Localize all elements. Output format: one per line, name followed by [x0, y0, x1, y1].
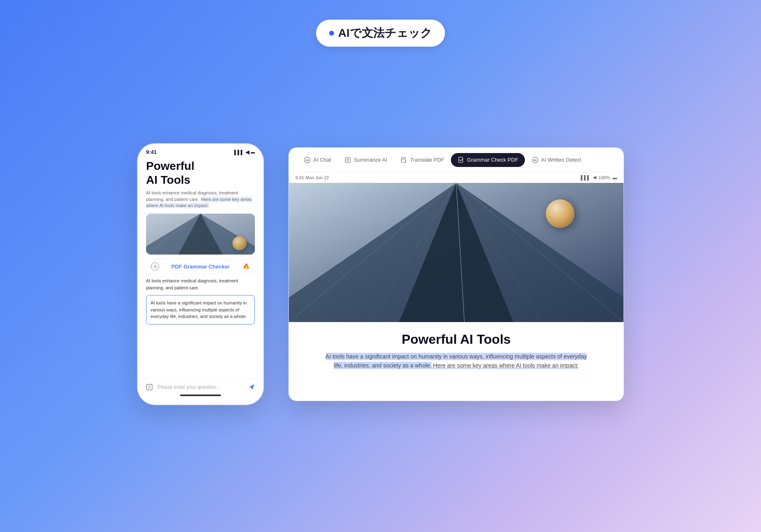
- badge-dot: [329, 31, 334, 36]
- fire-icon: 🔥: [242, 262, 250, 271]
- phone-title: Powerful AI Tools: [146, 159, 255, 187]
- phone-image-area: [146, 214, 255, 255]
- phone-status-icons: ▌▌▌ ◀ ▬: [234, 149, 255, 155]
- phone-input-placeholder[interactable]: Please enter your question...: [158, 384, 243, 390]
- ai-chat-icon: Ai: [304, 156, 311, 164]
- grammar-label: PDF Grammar Checker: [171, 264, 230, 270]
- tab-ai-written-label: AI Written Detect: [541, 157, 581, 163]
- content-area: 9:41 ▌▌▌ ◀ ▬ Powerful AI Tools AI tools …: [137, 143, 624, 405]
- phone-input-row: Please enter your question...: [144, 382, 257, 392]
- signal-icon: ▌▌▌: [234, 150, 244, 155]
- browser-hero-image: [289, 183, 624, 322]
- send-icon[interactable]: [247, 382, 257, 392]
- attach-icon[interactable]: [144, 382, 154, 392]
- svg-text:Ai: Ai: [534, 159, 536, 162]
- browser-sphere: [546, 199, 574, 228]
- wifi-status-icon: ◀: [593, 175, 596, 180]
- badge-label: AIで文法チェック: [338, 25, 432, 41]
- phone-input-box: AI tools have a significant impact on hu…: [146, 295, 255, 325]
- phone-main-content: Powerful AI Tools AI tools enhance medic…: [138, 155, 263, 333]
- svg-text:A: A: [405, 160, 407, 163]
- browser-article-text: AI tools have a significant impact on hu…: [322, 352, 591, 370]
- phone-description: AI tools enhance medical diagnosis, trea…: [146, 190, 255, 209]
- phone-text-block: AI tools enhance medical diagnosis, trea…: [146, 277, 255, 291]
- grammar-settings-icon: ⚙: [151, 262, 159, 271]
- article-underlined-text: Here are some key areas where AI tools m…: [432, 362, 579, 369]
- tab-ai-chat-label: AI Chat: [313, 157, 331, 163]
- tab-ai-written-detect[interactable]: Ai AI Written Detect: [525, 153, 588, 167]
- battery-bar-icon: ▬: [612, 175, 617, 180]
- grammar-checker-bar: ⚙ PDF Grammar Checker 🔥: [146, 259, 255, 274]
- tab-translate-label: Translate PDF: [410, 157, 444, 163]
- battery-icon: ▬: [251, 150, 255, 154]
- browser-status-right-group: ▌▌▌ ◀ 100% ▬: [581, 175, 617, 180]
- tab-grammar-check-pdf[interactable]: Grammar Check PDF: [451, 153, 525, 167]
- browser-status-left: 9:41 Mon Jun 22: [295, 175, 329, 180]
- home-indicator: [180, 394, 221, 396]
- phone-time: 9:41: [146, 149, 157, 155]
- signal-bars-icon: ▌▌▌: [581, 175, 590, 180]
- tab-grammar-label: Grammar Check PDF: [467, 157, 518, 163]
- browser-article-title: Powerful AI Tools: [322, 332, 591, 347]
- phone-status-bar: 9:41 ▌▌▌ ◀ ▬: [138, 144, 263, 155]
- browser-article: Powerful AI Tools AI tools have a signif…: [289, 322, 624, 380]
- tab-translate-pdf[interactable]: A Translate PDF: [394, 153, 450, 167]
- top-badge: AIで文法チェック: [316, 20, 445, 47]
- tab-summarize-ai[interactable]: Summarize AI: [338, 153, 394, 167]
- svg-rect-19: [459, 157, 463, 162]
- browser-tabs: Ai AI Chat Summarize: [289, 148, 624, 172]
- tab-summarize-label: Summarize AI: [354, 157, 387, 163]
- phone-mockup: 9:41 ▌▌▌ ◀ ▬ Powerful AI Tools AI tools …: [137, 143, 264, 405]
- summarize-icon: [344, 156, 351, 164]
- main-container: AIで文法チェック 9:41 ▌▌▌ ◀ ▬ Powerful AI Tools: [0, 0, 761, 532]
- browser-status-bar: 9:41 Mon Jun 22 ▌▌▌ ◀ 100% ▬: [289, 172, 624, 183]
- battery-status: 100%: [599, 175, 610, 180]
- tab-ai-chat[interactable]: Ai AI Chat: [297, 153, 338, 167]
- svg-text:Ai: Ai: [306, 159, 309, 162]
- translate-icon: A: [400, 156, 408, 164]
- wifi-icon: ◀: [245, 149, 249, 155]
- browser-mockup: Ai AI Chat Summarize: [288, 147, 624, 401]
- phone-bottom-bar: Please enter your question...: [138, 379, 263, 404]
- ai-written-icon: Ai: [531, 156, 539, 164]
- grammar-check-icon: [457, 156, 465, 164]
